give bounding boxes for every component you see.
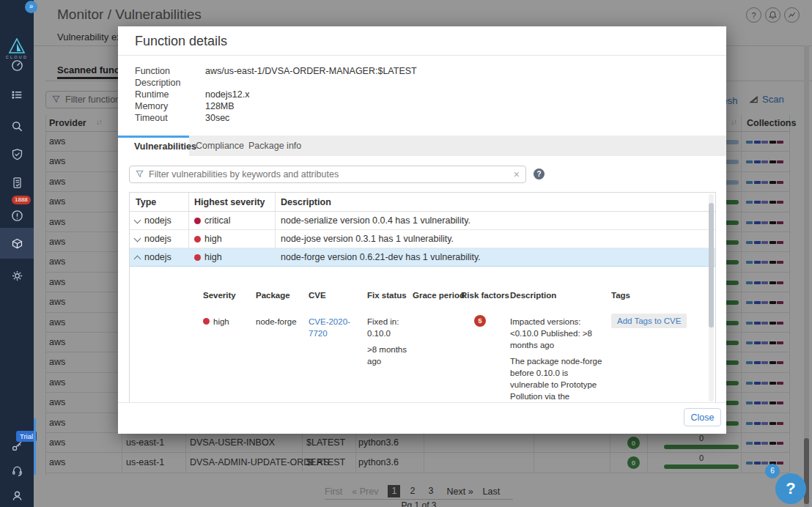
add-tags-to-cve-button[interactable]: Add Tags to CVE	[611, 314, 687, 328]
detail-severity: high	[213, 316, 229, 327]
detail-col-fix-status: Fix status	[367, 291, 407, 300]
field-label: Function	[135, 66, 202, 76]
field-value: aws/us-east-1/DVSA-ORDER-MANAGER:$LATEST	[205, 66, 417, 76]
help-fab-button[interactable]: ?	[775, 473, 806, 504]
tab-package-info[interactable]: Package info	[248, 136, 301, 156]
vuln-description: node-jose version 0.3.1 has 1 vulnerabil…	[281, 230, 454, 248]
headset-icon	[11, 465, 23, 477]
funnel-icon	[136, 170, 144, 179]
shield-check-icon	[11, 148, 23, 160]
sidebar-item-functions[interactable]	[0, 230, 34, 256]
sidebar-item-search[interactable]	[0, 113, 34, 139]
description-para1: Impacted versions: <0.10.0 Published: >8…	[510, 316, 604, 351]
modal-title: Function details	[135, 26, 227, 56]
vulnerability-row[interactable]: nodejs high node-jose version 0.3.1 has …	[130, 230, 715, 248]
vuln-type: nodejs	[144, 230, 171, 248]
cve-link[interactable]: CVE-2020-7720	[309, 316, 355, 339]
alert-icon	[11, 210, 23, 222]
detail-col-grace-period: Grace period	[413, 291, 465, 300]
vulnerabilities-filter-input[interactable]	[149, 169, 509, 180]
detail-col-tags: Tags	[611, 291, 630, 300]
vuln-type: nodejs	[144, 212, 171, 230]
modal-header: Function details	[118, 26, 726, 56]
description-para2: The package node-forge before 0.10.0 is …	[510, 355, 604, 402]
search-icon	[11, 120, 23, 133]
detail-fix-status: Fixed in: 0.10.0 >8 months ago	[367, 316, 413, 367]
sidebar-item-support[interactable]	[0, 457, 34, 484]
sidebar-item-alerts[interactable]	[0, 202, 34, 229]
field-label: Memory	[135, 101, 202, 111]
field-value: 30sec	[205, 113, 229, 123]
close-button[interactable]: Close	[684, 408, 721, 426]
fix-line1: Fixed in: 0.10.0	[367, 317, 399, 338]
filter-help-icon[interactable]: ?	[534, 169, 545, 180]
field-label: Timeout	[135, 113, 202, 123]
vulnerability-row-expanded[interactable]: nodejs high node-forge version 0.6.21-de…	[130, 248, 715, 267]
fix-line2: >8 months ago	[367, 344, 413, 367]
vuln-severity: critical	[204, 212, 230, 230]
chevron-down-icon	[134, 217, 141, 224]
field-value: 128MB	[205, 101, 235, 111]
user-icon	[11, 489, 23, 502]
sidebar-item-defend[interactable]	[0, 141, 34, 167]
tab-compliance[interactable]: Compliance	[196, 136, 244, 156]
vuln-type: nodejs	[144, 248, 171, 267]
gauge-icon	[11, 59, 23, 72]
scroll-indicator	[34, 418, 36, 475]
sidebar-expand-toggle[interactable]: »	[25, 1, 37, 13]
field-label: Runtime	[135, 89, 202, 100]
col-description: Description	[281, 193, 331, 212]
sidebar-item-settings[interactable]	[0, 262, 34, 289]
clear-filter-icon[interactable]: ×	[514, 169, 520, 180]
vulnerability-detail: Severity Package CVE Fix status Grace pe…	[130, 267, 715, 402]
detail-col-severity: Severity	[203, 291, 236, 300]
chevron-up-icon	[134, 256, 141, 263]
detail-col-risk-factors: Risk factors	[461, 291, 509, 300]
vuln-description: node-forge version 0.6.21-dev has 1 vuln…	[281, 248, 481, 267]
list-icon	[11, 89, 23, 101]
severity-dot-high	[194, 236, 201, 243]
vulnerabilities-filter[interactable]: ×	[129, 166, 526, 183]
col-type: Type	[136, 193, 156, 212]
col-highest-severity: Highest severity	[194, 193, 265, 212]
sidebar-item-compliance[interactable]	[0, 169, 34, 196]
detail-package: node-forge	[256, 316, 297, 327]
vuln-scrollbar-thumb[interactable]	[709, 203, 714, 327]
detail-col-cve: CVE	[309, 291, 326, 300]
field-label: Description	[135, 78, 202, 88]
severity-dot-high	[194, 254, 201, 261]
sidebar-item-policies[interactable]	[0, 81, 34, 108]
sidebar-item-dashboard[interactable]	[0, 52, 34, 78]
detail-description: Impacted versions: <0.10.0 Published: >8…	[510, 316, 604, 402]
vuln-severity: high	[204, 230, 222, 248]
vuln-severity: high	[204, 248, 222, 267]
detail-col-package: Package	[256, 291, 290, 300]
chevron-down-icon	[134, 235, 141, 243]
modal-footer: Close	[118, 402, 726, 434]
severity-dot-critical	[194, 218, 201, 224]
vulnerabilities-table: Type Highest severity Description nodejs…	[129, 192, 716, 402]
alerts-count-badge: 1888	[12, 196, 31, 204]
field-value: nodejs12.x	[205, 89, 249, 100]
modal-tabbar: Vulnerabilities Compliance Package info	[118, 136, 726, 156]
gear-icon	[11, 270, 23, 282]
severity-dot-high	[203, 318, 210, 325]
vulnerability-row[interactable]: nodejs critical node-serialize version 0…	[130, 212, 715, 230]
document-check-icon	[11, 177, 23, 189]
vuln-description: node-serialize version 0.0.4 has 1 vulne…	[281, 212, 470, 230]
sidebar: CLOUD 1888 Trial	[0, 0, 34, 507]
tab-vulnerabilities[interactable]: Vulnerabilities	[118, 136, 189, 156]
detail-col-description: Description	[510, 291, 556, 300]
sidebar-item-profile[interactable]	[0, 482, 34, 507]
help-fab-badge: 6	[765, 464, 780, 478]
cube-icon	[11, 237, 23, 250]
risk-factors-badge[interactable]: 5	[474, 315, 486, 327]
vuln-table-header: Type Highest severity Description	[130, 193, 715, 212]
function-details-modal: Function details Function aws/us-east-1/…	[118, 26, 726, 434]
